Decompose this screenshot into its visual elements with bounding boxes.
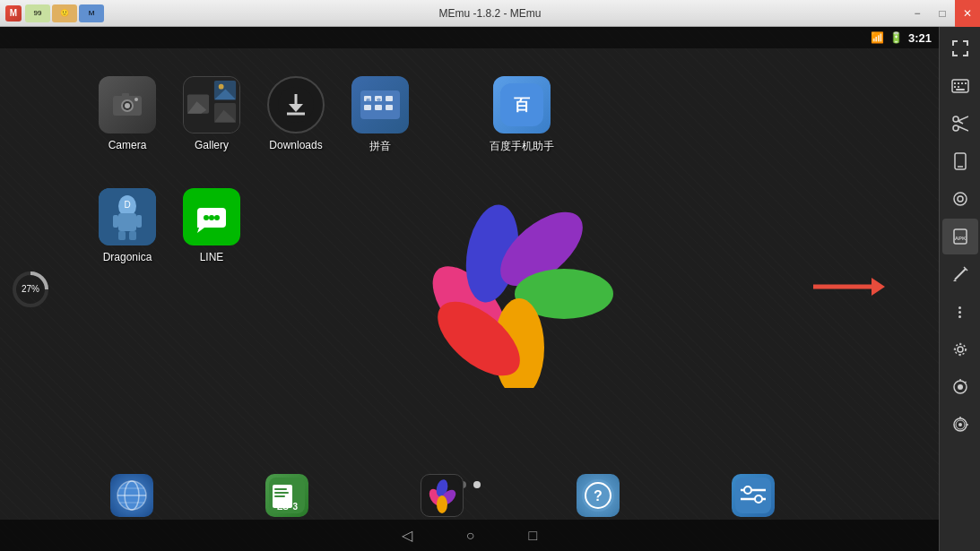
titlebar-title: MEmu -1.8.2 - MEmu	[438, 7, 541, 20]
app-row-1: Camera Gallery	[90, 58, 563, 172]
tab-icon-3: M	[79, 4, 104, 22]
svg-rect-84	[961, 82, 963, 84]
svg-point-90	[953, 116, 958, 122]
scissors-button[interactable]	[942, 106, 978, 142]
svg-text:D: D	[124, 200, 130, 210]
svg-marker-101	[953, 280, 957, 281]
app-dragonica[interactable]: D Dragonica	[99, 188, 156, 263]
bottom-app-row: 3 ES	[0, 474, 885, 517]
svg-point-106	[958, 384, 963, 390]
es3-icon: 3 ES	[265, 474, 308, 517]
phone-button[interactable]	[942, 143, 978, 179]
titlebar-left: M 99 🙂 M	[0, 4, 104, 22]
svg-point-5	[125, 103, 130, 108]
svg-text:3: 3	[293, 502, 299, 512]
app-line[interactable]: LINE	[183, 188, 240, 263]
emulator-body: 📶 🔋 3:21 27%	[0, 27, 980, 551]
downloads-icon	[267, 76, 325, 133]
status-time: 3:21	[908, 31, 932, 45]
svg-rect-76	[735, 478, 771, 513]
svg-rect-38	[118, 231, 126, 240]
baidu-label: 百度手机助手	[490, 139, 554, 154]
svg-point-13	[219, 84, 224, 90]
fullscreen-button[interactable]	[942, 30, 978, 66]
record2-button[interactable]	[942, 407, 978, 443]
navigation-bar: ◁ ○ □	[0, 520, 939, 551]
app-gallery[interactable]: Gallery	[183, 76, 240, 154]
more-button[interactable]	[942, 294, 978, 330]
svg-rect-39	[129, 231, 136, 240]
svg-line-93	[958, 121, 963, 124]
record1-button[interactable]	[942, 369, 978, 405]
brush-button[interactable]	[942, 256, 978, 292]
more-dots-icon	[958, 306, 961, 318]
svg-point-44	[204, 215, 209, 220]
svg-rect-85	[965, 82, 967, 84]
titlebar-controls: − □ ✕	[905, 0, 980, 27]
svg-rect-64	[274, 492, 289, 494]
app-downloads[interactable]: Downloads	[267, 76, 325, 154]
app-icon: M	[5, 5, 22, 22]
settings-button[interactable]	[942, 331, 978, 367]
close-button[interactable]: ✕	[955, 0, 980, 27]
dragonica-label: Dragonica	[103, 251, 152, 263]
app-row-2: D Dragonica	[90, 179, 249, 272]
app-camera[interactable]: Camera	[99, 76, 156, 154]
svg-text:百: 百	[514, 96, 531, 114]
gallery-label: Gallery	[195, 139, 229, 151]
svg-line-100	[955, 269, 966, 280]
svg-text:ES: ES	[277, 502, 290, 512]
titlebar: M 99 🙂 M MEmu -1.8.2 - MEmu − □ ✕	[0, 0, 980, 27]
volume-button[interactable]	[942, 181, 978, 217]
svg-point-97	[958, 196, 963, 202]
progress-circle: 27%	[11, 270, 50, 309]
svg-point-89	[953, 125, 958, 131]
settings-panel-icon	[732, 474, 775, 517]
svg-rect-36	[113, 215, 118, 228]
svg-point-109	[958, 423, 962, 426]
back-button[interactable]: ◁	[402, 527, 412, 544]
app-help[interactable]: ?	[577, 474, 620, 517]
app-baidu[interactable]: 百 百度手机助手	[490, 76, 554, 154]
svg-rect-87	[958, 86, 959, 88]
svg-line-92	[958, 126, 968, 131]
camera-label: Camera	[108, 139, 147, 151]
minimize-button[interactable]: −	[905, 0, 930, 27]
right-sidebar: APK	[939, 27, 980, 551]
svg-rect-65	[274, 495, 285, 497]
app-pinyin[interactable]: 拼 音 拼音	[351, 76, 409, 154]
svg-rect-25	[364, 105, 371, 110]
dragonica-icon: D	[99, 188, 156, 245]
line-icon	[183, 188, 240, 245]
keyboard-button[interactable]	[942, 68, 978, 104]
svg-rect-24	[386, 96, 393, 101]
app-browser[interactable]	[110, 474, 153, 517]
svg-point-96	[954, 193, 967, 205]
svg-line-91	[958, 116, 968, 121]
maximize-button[interactable]: □	[930, 0, 955, 27]
svg-point-46	[214, 215, 220, 220]
apk-button[interactable]: APK	[942, 219, 978, 254]
svg-rect-27	[386, 105, 393, 110]
home-button[interactable]: ○	[466, 528, 475, 544]
svg-point-72	[437, 495, 447, 513]
svg-point-45	[209, 215, 214, 220]
svg-rect-88	[956, 89, 965, 90]
memu-logo-icon	[421, 474, 464, 517]
gallery-icon	[183, 76, 240, 133]
help-icon: ?	[577, 474, 620, 517]
android-screen: 📶 🔋 3:21 27%	[0, 27, 939, 551]
svg-rect-82	[954, 82, 956, 84]
pinyin-icon: 拼 音	[351, 76, 409, 133]
svg-text:APK: APK	[954, 236, 966, 241]
svg-text:拼: 拼	[365, 98, 370, 103]
baidu-icon: 百	[493, 76, 551, 133]
app-settings-panel[interactable]	[732, 474, 775, 517]
app-es3[interactable]: 3 ES	[265, 474, 308, 517]
svg-text:音: 音	[377, 98, 381, 103]
downloads-label: Downloads	[269, 139, 322, 151]
progress-text: 27%	[11, 270, 50, 309]
app-memu-logo[interactable]	[421, 474, 464, 517]
recents-button[interactable]: □	[529, 528, 538, 544]
camera-icon	[99, 76, 156, 133]
